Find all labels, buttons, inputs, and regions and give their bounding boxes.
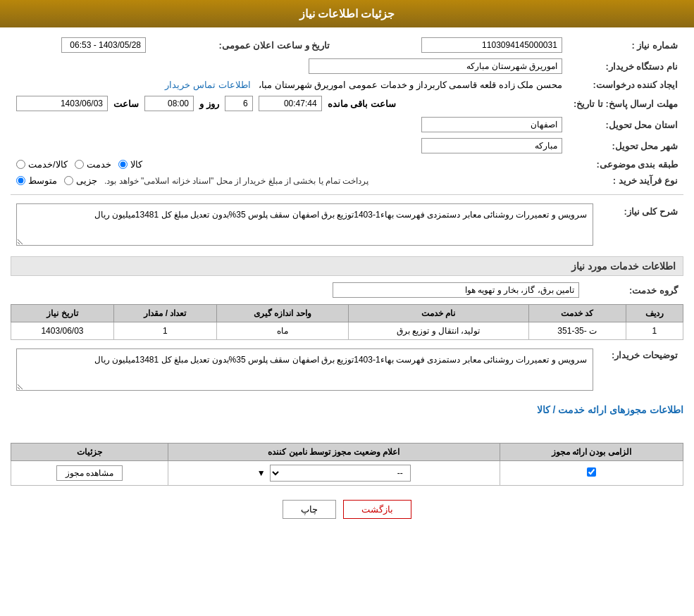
- services-col-row: ردیف: [626, 305, 683, 322]
- table-row: -- ▼ مشاهده مجوز: [11, 461, 683, 486]
- page-header: جزئیات اطلاعات نیاز: [0, 0, 694, 27]
- city-input[interactable]: [421, 138, 562, 153]
- province-label: استان محل تحویل:: [568, 114, 683, 135]
- requester-contact-link[interactable]: اطلاعات تماس خریدار: [165, 80, 250, 90]
- back-button[interactable]: بازگشت: [343, 500, 411, 519]
- licenses-col-status: اعلام وضعیت مجوز توسط نامین کننده: [168, 444, 500, 461]
- remaining-label: ساعت باقی مانده: [328, 99, 396, 109]
- service-code: ت -35-351: [528, 322, 626, 340]
- supplier-desc-section: توضیحات خریدار: سرویس و تعمیررات روشنائی…: [11, 346, 683, 396]
- table-row: 1 ت -35-351 تولید، انتقال و توزیع برق ما…: [11, 322, 683, 340]
- footer-buttons: چاپ بازگشت: [11, 500, 683, 519]
- licenses-section-link[interactable]: اطلاعات مجوزهای ارائه خدمت / کالا: [537, 404, 683, 415]
- services-col-name: نام خدمت: [348, 305, 528, 322]
- service-name: تولید، انتقال و توزیع برق: [348, 322, 528, 340]
- license-details-cell: مشاهده مجوز: [11, 461, 168, 486]
- print-button[interactable]: چاپ: [283, 500, 336, 519]
- dropdown-icon: ▼: [257, 468, 266, 478]
- license-status-cell: -- ▼: [168, 461, 500, 486]
- service-group-label: گروه خدمت:: [585, 279, 683, 301]
- purchase-type-label: نوع فرآیند خرید :: [568, 172, 683, 189]
- services-section-header: اطلاعات خدمات مورد نیاز: [11, 256, 683, 276]
- buyer-org-label: نام دستگاه خریدار:: [568, 56, 683, 77]
- need-number-label: شماره نیاز :: [568, 34, 683, 56]
- service-group-row: گروه خدمت:: [11, 279, 683, 301]
- category-radio-kala-khedmat[interactable]: کالا/خدمت: [16, 159, 68, 170]
- services-col-date: تاریخ نیاز: [11, 305, 114, 322]
- province-input[interactable]: [421, 117, 562, 132]
- deadline-days-input[interactable]: [225, 96, 253, 111]
- requester-value: محسن ملک زاده قلعه قاسمی کاربرداز و خدما…: [259, 80, 562, 90]
- licenses-col-required: الزامی بودن ارائه مجوز: [500, 444, 683, 461]
- service-unit: ماه: [216, 322, 348, 340]
- deadline-date-input[interactable]: [16, 96, 108, 111]
- purchase-note: پرداخت تمام یا بخشی از مبلغ خریدار از مح…: [104, 176, 368, 186]
- supplier-desc-textarea[interactable]: سرویس و تعمیررات روشنائی معابر دستمزدی ف…: [16, 348, 593, 391]
- purchase-type-radio-motavaset[interactable]: متوسط: [16, 175, 57, 186]
- time-label: ساعت: [113, 99, 139, 109]
- service-date: 1403/06/03: [11, 322, 114, 340]
- requester-label: ایجاد کننده درخواست:: [568, 77, 683, 93]
- need-number-input[interactable]: [421, 37, 562, 53]
- main-info-table: شماره نیاز : تاریخ و ساعت اعلان عمومی: ن…: [11, 34, 683, 189]
- license-required-checkbox[interactable]: [587, 467, 596, 477]
- services-col-code: کد خدمت: [528, 305, 626, 322]
- deadline-time-input[interactable]: [144, 96, 194, 111]
- services-col-unit: واحد اندازه گیری: [216, 305, 348, 322]
- announce-date-input[interactable]: [61, 37, 146, 53]
- services-col-qty: تعداد / مقدار: [113, 305, 216, 322]
- license-status-select[interactable]: --: [270, 465, 411, 482]
- licenses-col-details: جزئیات: [11, 444, 168, 461]
- category-radio-khedmat[interactable]: خدمت: [75, 159, 111, 170]
- need-desc-section: شرح کلی نیاز: سرویس و تعمیررات روشنائی م…: [11, 201, 683, 251]
- purchase-type-radio-jozi[interactable]: جزیی: [64, 175, 97, 186]
- service-row-num: 1: [626, 322, 683, 340]
- days-label: روز و: [199, 99, 219, 109]
- service-group-input[interactable]: [333, 282, 579, 298]
- announce-date-label: تاریخ و ساعت اعلان عمومی:: [218, 40, 330, 51]
- view-license-button[interactable]: مشاهده مجوز: [56, 465, 123, 481]
- page-title: جزئیات اطلاعات نیاز: [299, 8, 395, 20]
- service-qty: 1: [113, 322, 216, 340]
- deadline-label: مهلت ارسال پاسخ: تا تاریخ:: [568, 93, 683, 114]
- need-desc-textarea[interactable]: سرویس و تعمیررات روشنائی معابر دستمزدی ف…: [16, 203, 593, 246]
- need-desc-label: شرح کلی نیاز:: [599, 201, 683, 251]
- deadline-remaining-input[interactable]: [259, 96, 322, 111]
- city-label: شهر محل تحویل:: [568, 135, 683, 156]
- supplier-desc-label: توضیحات خریدار:: [599, 346, 683, 396]
- license-required-cell: [500, 461, 683, 486]
- buyer-org-input[interactable]: [309, 58, 562, 74]
- licenses-table: الزامی بودن ارائه مجوز اعلام وضعیت مجوز …: [11, 443, 683, 486]
- services-table: ردیف کد خدمت نام خدمت واحد اندازه گیری ت…: [11, 304, 683, 340]
- category-radio-kala[interactable]: کالا: [118, 159, 142, 170]
- category-label: طبقه بندی موضوعی:: [568, 156, 683, 172]
